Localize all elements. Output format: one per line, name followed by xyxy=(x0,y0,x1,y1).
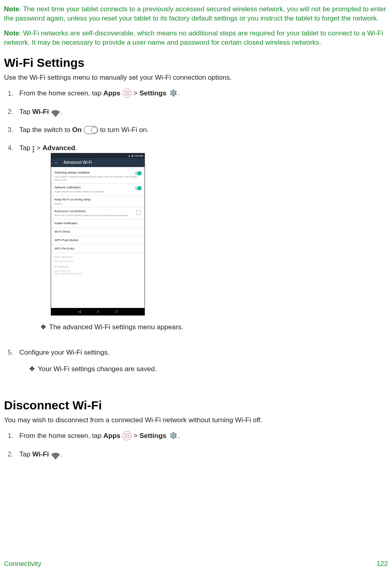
svg-point-15 xyxy=(126,435,128,436)
diamond-bullet-icon: ❖ xyxy=(29,365,38,374)
row-network-notification: Network notification Notify whenever a p… xyxy=(51,184,144,196)
row-scanning-always-available: Scanning always available Let Google's l… xyxy=(51,169,144,184)
lead-wifi-settings: Use the Wi-Fi settings menu to manually … xyxy=(4,73,388,83)
d-step-2: Tap Wi-Fi . xyxy=(15,450,388,468)
footer-section: Connectivity xyxy=(4,560,41,569)
d-step-1-apps: Apps xyxy=(103,432,121,440)
device-screenshot-advanced-wifi: ▲ ▮ 4:22 AM ← Advanced Wi-Fi Scanning al… xyxy=(51,153,145,316)
svg-point-8 xyxy=(128,94,130,95)
d-step-1: From the home screen, tap Apps > Setting… xyxy=(15,432,388,450)
svg-point-7 xyxy=(126,94,128,95)
svg-point-4 xyxy=(126,93,128,94)
row-mac-address: MAC address 28:7c:8f:ed:27:e1 xyxy=(51,253,144,265)
note-1-text: : The next time your tablet connects to … xyxy=(4,5,386,22)
settings-icon xyxy=(168,431,178,440)
substep-advanced-menu-appears: ❖ The advanced Wi-Fi settings menu appea… xyxy=(40,323,388,332)
apps-icon xyxy=(122,431,132,440)
svg-point-10 xyxy=(172,92,174,94)
svg-point-6 xyxy=(125,94,126,95)
note-1: Note: The next time your tablet connects… xyxy=(4,5,388,23)
svg-point-0 xyxy=(125,91,126,92)
svg-point-18 xyxy=(126,437,128,438)
svg-point-3 xyxy=(125,93,126,94)
device-statusbar: ▲ ▮ 4:22 AM xyxy=(51,153,144,158)
step-1-text-a: From the home screen, tap xyxy=(19,90,103,97)
step-4-advanced: Advanced xyxy=(43,144,75,152)
toggle-on-icon xyxy=(135,187,141,190)
svg-point-13 xyxy=(128,433,130,434)
step-1-apps: Apps xyxy=(103,90,121,97)
d-step-1-gt: > xyxy=(134,432,140,440)
row-ip-address: IP address 192.168.0.120 fe80::227c:8fff… xyxy=(51,265,144,277)
nav-recent-icon: □ xyxy=(116,309,118,314)
lead-disconnect-wifi: You may wish to disconnect from a connec… xyxy=(4,416,388,425)
svg-point-11 xyxy=(125,433,126,434)
wifi-icon xyxy=(51,109,60,118)
row-avoid-poor-connections: Avoid poor connections Don't use a Wi-Fi… xyxy=(51,207,144,219)
device-appbar: ← Advanced Wi-Fi xyxy=(51,158,144,167)
note-2-text: : Wi-Fi networks are self-discoverable, … xyxy=(4,29,383,46)
step-5: Configure your Wi-Fi settings. ❖ Your Wi… xyxy=(15,348,388,390)
row-keep-wifi-on-sleep: Keep Wi-Fi on during sleep Always xyxy=(51,196,144,208)
switch-on-icon xyxy=(84,126,98,134)
step-4-text-b: > xyxy=(35,144,42,152)
svg-point-14 xyxy=(125,435,126,436)
diamond-bullet-icon: ❖ xyxy=(40,323,49,332)
device-blank-space xyxy=(51,277,144,308)
d-step-2-wifi: Wi-Fi xyxy=(32,450,49,458)
row-wifi-direct: Wi-Fi Direct xyxy=(51,228,144,236)
note-2: Note: Wi-Fi networks are self-discoverab… xyxy=(4,29,388,47)
step-2: Tap Wi-Fi . xyxy=(15,107,388,126)
step-5-text: Configure your Wi-Fi settings. xyxy=(19,349,109,356)
wifi-icon: ▲ xyxy=(128,154,130,157)
svg-point-5 xyxy=(128,93,130,94)
d-step-1-text-a: From the home screen, tap xyxy=(19,432,103,440)
toggle-on-icon xyxy=(135,172,141,175)
steps-disconnect-wifi: From the home screen, tap Apps > Setting… xyxy=(15,432,388,468)
step-2-text-a: Tap xyxy=(19,108,32,116)
wifi-icon xyxy=(51,452,60,460)
back-arrow-icon: ← xyxy=(54,160,59,166)
row-install-certificates: Install certificates xyxy=(51,219,144,228)
device-appbar-title: Advanced Wi-Fi xyxy=(64,160,92,165)
d-step-1-settings: Settings xyxy=(139,432,166,440)
svg-point-12 xyxy=(126,433,128,434)
device-clock: 4:22 AM xyxy=(134,154,143,157)
footer-page-number: 122 xyxy=(377,560,388,569)
svg-point-16 xyxy=(128,435,130,436)
svg-point-21 xyxy=(172,435,174,436)
d-step-2-text-a: Tap xyxy=(19,450,32,458)
nav-home-icon: ○ xyxy=(97,309,99,314)
svg-point-19 xyxy=(128,437,130,438)
apps-icon xyxy=(122,89,132,98)
device-navbar: ◁ ○ □ xyxy=(51,308,144,315)
row-wps-push-button: WPS Push Button xyxy=(51,236,144,245)
battery-icon: ▮ xyxy=(132,154,133,157)
substep-settings-saved: ❖ Your Wi-Fi settings changes are saved. xyxy=(29,365,388,374)
step-3-text-a: Tap the switch to xyxy=(19,126,72,134)
checkbox-unchecked-icon xyxy=(136,211,140,215)
step-3-text-b: to turn Wi-Fi on. xyxy=(100,126,149,134)
step-3: Tap the switch to On to turn Wi-Fi on. xyxy=(15,126,388,144)
heading-disconnect-wifi: Disconnect Wi-Fi xyxy=(4,397,388,414)
row-wps-pin-entry: WPS Pin Entry xyxy=(51,245,144,253)
note-2-label: Note xyxy=(4,29,19,37)
step-2-wifi: Wi-Fi xyxy=(32,108,49,116)
step-1-settings: Settings xyxy=(139,90,166,97)
page-footer: Connectivity 122 xyxy=(4,560,388,569)
heading-wifi-settings: Wi-Fi Settings xyxy=(4,55,388,71)
svg-point-2 xyxy=(128,91,130,92)
settings-icon xyxy=(168,88,178,98)
svg-point-17 xyxy=(125,437,126,438)
note-1-label: Note xyxy=(4,5,19,13)
step-1-gt: > xyxy=(134,90,140,97)
kebab-icon xyxy=(32,145,35,153)
step-4-text-a: Tap xyxy=(19,144,32,152)
steps-wifi-settings: From the home screen, tap Apps > Setting… xyxy=(15,89,388,390)
step-1: From the home screen, tap Apps > Setting… xyxy=(15,89,388,107)
device-settings-list: Scanning always available Let Google's l… xyxy=(51,167,144,308)
step-3-on: On xyxy=(72,126,82,134)
step-4: Tap > Advanced. ▲ ▮ 4:22 AM ← Advanced W… xyxy=(15,144,388,348)
nav-back-icon: ◁ xyxy=(78,309,81,314)
svg-point-1 xyxy=(126,91,128,92)
